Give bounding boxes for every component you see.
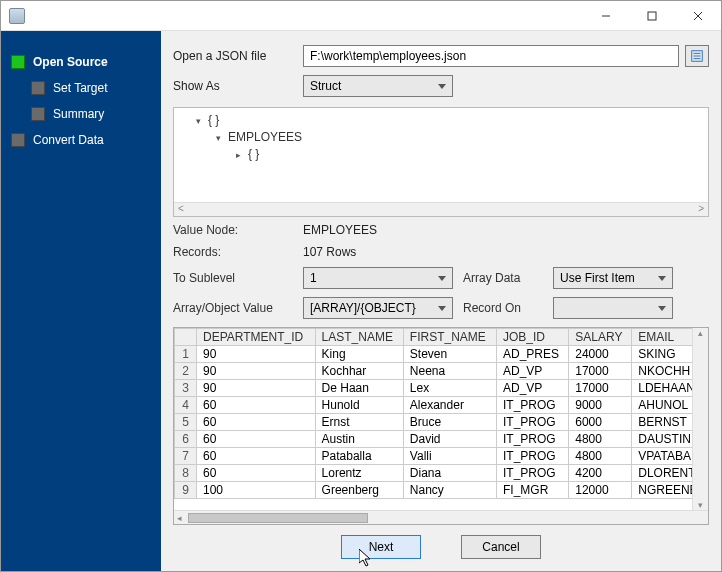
table-row[interactable]: 390De HaanLexAD_VP17000LDEHAAN bbox=[175, 380, 708, 397]
table-row[interactable]: 560ErnstBruceIT_PROG6000BERNST bbox=[175, 414, 708, 431]
table-cell[interactable]: 4800 bbox=[569, 448, 632, 465]
table-cell[interactable]: AD_PRES bbox=[497, 346, 569, 363]
row-number: 8 bbox=[175, 465, 197, 482]
show-as-select[interactable]: Struct bbox=[303, 75, 453, 97]
table-cell[interactable]: 4800 bbox=[569, 431, 632, 448]
table-cell[interactable]: 17000 bbox=[569, 380, 632, 397]
table-cell[interactable]: AD_VP bbox=[497, 380, 569, 397]
wizard-step-set-target[interactable]: Set Target bbox=[1, 75, 161, 101]
table-cell[interactable]: IT_PROG bbox=[497, 465, 569, 482]
chevron-down-icon bbox=[438, 276, 446, 281]
tree-node-child[interactable]: ▸{ } bbox=[180, 146, 702, 163]
table-cell[interactable]: Ernst bbox=[315, 414, 403, 431]
column-header[interactable]: FIRST_NAME bbox=[403, 329, 496, 346]
table-cell[interactable]: Nancy bbox=[403, 482, 496, 499]
table-row[interactable]: 660AustinDavidIT_PROG4800DAUSTIN bbox=[175, 431, 708, 448]
scroll-up-icon[interactable]: ▴ bbox=[698, 328, 703, 338]
array-data-select[interactable]: Use First Item bbox=[553, 267, 673, 289]
close-button[interactable] bbox=[675, 1, 721, 31]
maximize-button[interactable] bbox=[629, 1, 675, 31]
row-number: 9 bbox=[175, 482, 197, 499]
table-cell[interactable]: Greenberg bbox=[315, 482, 403, 499]
next-button[interactable]: Next bbox=[341, 535, 421, 559]
step-label: Summary bbox=[53, 107, 104, 121]
table-row[interactable]: 190KingStevenAD_PRES24000SKING bbox=[175, 346, 708, 363]
table-cell[interactable]: Steven bbox=[403, 346, 496, 363]
table-cell[interactable]: King bbox=[315, 346, 403, 363]
table-cell[interactable]: Austin bbox=[315, 431, 403, 448]
table-cell[interactable]: 4200 bbox=[569, 465, 632, 482]
table-cell[interactable]: 17000 bbox=[569, 363, 632, 380]
record-on-select[interactable] bbox=[553, 297, 673, 319]
show-as-value: Struct bbox=[310, 79, 341, 93]
column-header[interactable]: JOB_ID bbox=[497, 329, 569, 346]
table-cell[interactable]: Alexander bbox=[403, 397, 496, 414]
table-cell[interactable]: Kochhar bbox=[315, 363, 403, 380]
row-number: 7 bbox=[175, 448, 197, 465]
table-row[interactable]: 860LorentzDianaIT_PROG4200DLORENT bbox=[175, 465, 708, 482]
table-cell[interactable]: 12000 bbox=[569, 482, 632, 499]
table-cell[interactable]: 9000 bbox=[569, 397, 632, 414]
table-cell[interactable]: Lorentz bbox=[315, 465, 403, 482]
scroll-left-icon[interactable]: ◂ bbox=[174, 513, 182, 523]
table-cell[interactable]: Bruce bbox=[403, 414, 496, 431]
table-cell[interactable]: Lex bbox=[403, 380, 496, 397]
cancel-button[interactable]: Cancel bbox=[461, 535, 541, 559]
table-cell[interactable]: 60 bbox=[197, 448, 316, 465]
tree-node-root[interactable]: ▾{ } bbox=[180, 112, 702, 129]
wizard-step-convert-data[interactable]: Convert Data bbox=[1, 127, 161, 153]
table-cell[interactable]: IT_PROG bbox=[497, 448, 569, 465]
table-cell[interactable]: 24000 bbox=[569, 346, 632, 363]
table-cell[interactable]: Neena bbox=[403, 363, 496, 380]
table-cell[interactable]: IT_PROG bbox=[497, 397, 569, 414]
to-sublevel-select[interactable]: 1 bbox=[303, 267, 453, 289]
expander-icon[interactable]: ▾ bbox=[196, 113, 206, 129]
scroll-thumb[interactable] bbox=[188, 513, 368, 523]
tree-h-scroll[interactable]: <> bbox=[174, 202, 708, 216]
minimize-button[interactable] bbox=[583, 1, 629, 31]
table-cell[interactable]: David bbox=[403, 431, 496, 448]
array-object-label: Array/Object Value bbox=[173, 301, 303, 315]
table-cell[interactable]: 90 bbox=[197, 363, 316, 380]
json-tree[interactable]: ▾{ } ▾EMPLOYEES ▸{ } <> bbox=[173, 107, 709, 217]
browse-file-button[interactable] bbox=[685, 45, 709, 67]
column-header[interactable]: SALARY bbox=[569, 329, 632, 346]
column-header[interactable]: LAST_NAME bbox=[315, 329, 403, 346]
table-cell[interactable]: AD_VP bbox=[497, 363, 569, 380]
expander-icon[interactable]: ▸ bbox=[236, 147, 246, 163]
table-row[interactable]: 460HunoldAlexanderIT_PROG9000AHUNOL bbox=[175, 397, 708, 414]
table-cell[interactable]: 60 bbox=[197, 431, 316, 448]
preview-table[interactable]: DEPARTMENT_IDLAST_NAMEFIRST_NAMEJOB_IDSA… bbox=[174, 328, 708, 499]
table-cell[interactable]: 90 bbox=[197, 380, 316, 397]
svg-rect-1 bbox=[648, 12, 656, 20]
tree-node-employees[interactable]: ▾EMPLOYEES bbox=[180, 129, 702, 146]
array-object-select[interactable]: [ARRAY]/{OBJECT} bbox=[303, 297, 453, 319]
table-cell[interactable]: 60 bbox=[197, 465, 316, 482]
table-cell[interactable]: 60 bbox=[197, 414, 316, 431]
table-h-scroll[interactable]: ◂ bbox=[174, 510, 708, 524]
table-row[interactable]: 760PataballaValliIT_PROG4800VPATABAL bbox=[175, 448, 708, 465]
preview-table-wrap: DEPARTMENT_IDLAST_NAMEFIRST_NAMEJOB_IDSA… bbox=[173, 327, 709, 525]
table-cell[interactable]: IT_PROG bbox=[497, 414, 569, 431]
table-cell[interactable]: Valli bbox=[403, 448, 496, 465]
column-header[interactable]: DEPARTMENT_ID bbox=[197, 329, 316, 346]
table-cell[interactable]: IT_PROG bbox=[497, 431, 569, 448]
table-cell[interactable]: De Haan bbox=[315, 380, 403, 397]
wizard-step-open-source[interactable]: Open Source bbox=[1, 49, 161, 75]
table-row[interactable]: 9100GreenbergNancyFI_MGR12000NGREENE bbox=[175, 482, 708, 499]
table-cell[interactable]: Hunold bbox=[315, 397, 403, 414]
expander-icon[interactable]: ▾ bbox=[216, 130, 226, 146]
wizard-step-summary[interactable]: Summary bbox=[1, 101, 161, 127]
table-cell[interactable]: Diana bbox=[403, 465, 496, 482]
table-cell[interactable]: FI_MGR bbox=[497, 482, 569, 499]
table-cell[interactable]: 60 bbox=[197, 397, 316, 414]
table-cell[interactable]: 6000 bbox=[569, 414, 632, 431]
table-cell[interactable]: 100 bbox=[197, 482, 316, 499]
table-row[interactable]: 290KochharNeenaAD_VP17000NKOCHH bbox=[175, 363, 708, 380]
array-data-label: Array Data bbox=[463, 271, 553, 285]
table-v-scroll[interactable]: ▴▾ bbox=[692, 328, 708, 510]
open-file-input[interactable] bbox=[303, 45, 679, 67]
table-cell[interactable]: Pataballa bbox=[315, 448, 403, 465]
scroll-down-icon[interactable]: ▾ bbox=[698, 500, 703, 510]
table-cell[interactable]: 90 bbox=[197, 346, 316, 363]
